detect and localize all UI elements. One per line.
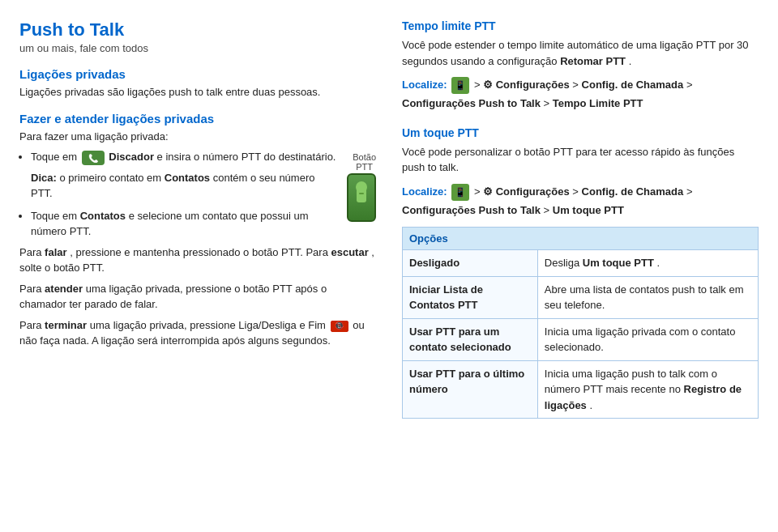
localize2-gear-icon: ⚙ bbox=[483, 185, 493, 198]
localize2-config-chamada: Config. de Chamada bbox=[582, 185, 684, 198]
table-header: Opções bbox=[403, 227, 759, 250]
desc-usar-ptt-contato: Inicia uma ligação privada com o contato… bbox=[537, 318, 758, 360]
table-row: Usar PTT para o último número Inicia uma… bbox=[403, 360, 759, 419]
localize1-tempo-limite: Tempo Limite PTT bbox=[553, 97, 643, 109]
localize1-label: Localize: bbox=[402, 79, 450, 91]
localize1-arrow2: > bbox=[572, 79, 581, 91]
tempo-limite-text: Você pode estender o tempo limite automá… bbox=[402, 37, 759, 69]
bullet1-suffix: e insira o número PTT do destinatário. bbox=[157, 151, 336, 163]
ptt-button-image bbox=[347, 173, 376, 222]
bullet-item-1: Toque em Discador e insira o número PTT … bbox=[31, 149, 376, 165]
dica-label: Dica: bbox=[31, 172, 57, 184]
localize1-line: Localize: 📱 > ⚙ Configurações > Config. … bbox=[402, 75, 759, 113]
localize2-arrow2: > bbox=[572, 185, 581, 198]
para-escutar-bold: escutar bbox=[331, 246, 368, 258]
table-row: Usar PTT para um contato selecionado Ini… bbox=[403, 318, 759, 360]
private-call-bullets: Toque em Discador e insira o número PTT … bbox=[19, 149, 376, 165]
um-toque-text: Você pode personalizar o botão PTT para … bbox=[402, 144, 759, 176]
desc-iniciar-lista: Abre uma lista de contatos push to talk … bbox=[537, 276, 758, 318]
make-call-para: Para fazer uma ligação privada: bbox=[19, 129, 376, 145]
para-atender-prefix: Para bbox=[19, 283, 45, 295]
options-table: Opções Desligado Desliga Um toque PTT . … bbox=[402, 227, 759, 419]
para-terminar-bold: terminar bbox=[45, 319, 87, 331]
section-heading-private-calls: Ligações privadas bbox=[19, 67, 376, 81]
localize2-line: Localize: 📱 > ⚙ Configurações > Config. … bbox=[402, 182, 759, 220]
para-terminar-prefix: Para bbox=[19, 319, 45, 331]
para-terminar-text: uma ligação privada, pressione Liga/Desl… bbox=[90, 319, 329, 331]
end-call-icon bbox=[331, 321, 348, 332]
ptt-button-illustration: BotãoPTT bbox=[347, 152, 376, 222]
svg-rect-1 bbox=[359, 189, 364, 191]
phone-icon-2: 📱 bbox=[451, 184, 469, 202]
left-column: Push to Talk um ou mais, fale com todos … bbox=[19, 19, 376, 513]
localize1-configuracoes: Configurações bbox=[496, 79, 570, 91]
option-usar-ptt-ultimo: Usar PTT para o último número bbox=[403, 360, 538, 419]
section-heading-make-calls: Fazer e atender ligações privadas bbox=[19, 112, 376, 126]
bullet2-prefix: Toque em bbox=[31, 210, 80, 222]
localize2-label: Localize: bbox=[402, 185, 450, 198]
phone-icon-1: 📱 bbox=[451, 77, 469, 95]
table-row: Desligado Desliga Um toque PTT . bbox=[403, 250, 759, 277]
para-atender-bold: atender bbox=[45, 283, 83, 295]
bullet-item-2: Toque em Contatos e selecione um contato… bbox=[31, 208, 376, 240]
page-title: Push to Talk bbox=[19, 19, 376, 40]
para-terminar: Para terminar uma ligação privada, press… bbox=[19, 317, 376, 349]
localize2-arrow3: > bbox=[686, 185, 693, 198]
section-private-intro: Ligações privadas são ligações push to t… bbox=[19, 84, 376, 100]
desc-desligado-dot: . bbox=[657, 257, 660, 269]
dica-contatos: Contatos bbox=[165, 172, 210, 184]
localize1-gear-icon: ⚙ bbox=[483, 79, 493, 91]
localize2-configuracoes: Configurações bbox=[496, 185, 570, 198]
private-call-bullets-2: Toque em Contatos e selecione um contato… bbox=[19, 208, 376, 240]
section-heading-um-toque: Um toque PTT bbox=[402, 126, 759, 139]
para-falar-text: , pressione e mantenha pressionado o bot… bbox=[70, 246, 331, 258]
discador-icon bbox=[82, 151, 105, 165]
svg-rect-2 bbox=[359, 193, 364, 194]
localize1-config-chamada: Config. de Chamada bbox=[582, 79, 684, 91]
localize2-push-to-talk: Configurações Push to Talk bbox=[402, 204, 541, 216]
dica-paragraph: Dica: o primeiro contato em Contatos con… bbox=[31, 170, 376, 202]
svg-rect-3 bbox=[331, 321, 348, 332]
section-heading-tempo-limite: Tempo limite PTT bbox=[402, 19, 759, 32]
desc-usar-ptt-ultimo: Inicia uma ligação push to talk com o nú… bbox=[537, 360, 758, 419]
desc-ultimo-dot: . bbox=[589, 399, 592, 411]
retomar-ptt-label: Retomar PTT bbox=[560, 55, 626, 67]
option-iniciar-lista: Iniciar Lista de Contatos PTT bbox=[403, 276, 538, 318]
localize1-arrow1: > bbox=[474, 79, 483, 91]
option-usar-ptt-contato: Usar PTT para um contato selecionado bbox=[403, 318, 538, 360]
right-column: Tempo limite PTT Você pode estender o te… bbox=[402, 19, 759, 513]
desc-desligado: Desliga Um toque PTT . bbox=[537, 250, 758, 277]
localize1-arrow3: > bbox=[686, 79, 693, 91]
desc-desligado-prefix: Desliga bbox=[545, 257, 583, 269]
localize2-um-toque: Um toque PTT bbox=[553, 204, 624, 216]
ptt-button-label: BotãoPTT bbox=[353, 152, 376, 172]
option-desligado: Desligado bbox=[403, 250, 538, 277]
localize2-arrow1: > bbox=[474, 185, 483, 198]
para-falar: Para falar , pressione e mantenha pressi… bbox=[19, 245, 376, 276]
bullet1-prefix: Toque em bbox=[31, 151, 80, 163]
bullet2-contatos: Contatos bbox=[80, 210, 126, 222]
localize1-arrow4: > bbox=[544, 97, 553, 109]
desc-desligado-bold: Um toque PTT bbox=[583, 257, 654, 269]
localize1-push-to-talk: Configurações Push to Talk bbox=[402, 97, 541, 109]
localize2-arrow4: > bbox=[544, 204, 553, 216]
dica-text1: o primeiro contato em bbox=[59, 172, 164, 184]
para-atender: Para atender uma ligação privada, pressi… bbox=[19, 281, 376, 313]
para-falar-prefix: Para bbox=[19, 246, 45, 258]
table-row: Iniciar Lista de Contatos PTT Abre uma l… bbox=[403, 276, 759, 318]
discador-label: Discador bbox=[109, 151, 154, 163]
page-subtitle: um ou mais, fale com todos bbox=[19, 42, 376, 54]
para-falar-bold: falar bbox=[45, 246, 66, 258]
tempo-limite-text2: . bbox=[629, 55, 632, 67]
